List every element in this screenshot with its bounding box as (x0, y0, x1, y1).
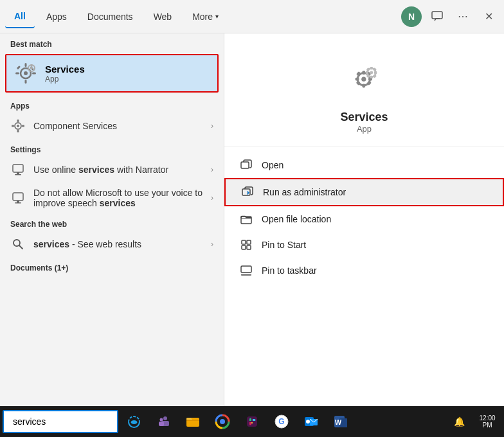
svg-rect-39 (370, 76, 373, 78)
tab-more[interactable]: More ▾ (183, 5, 228, 28)
search-input[interactable] (13, 416, 125, 427)
svg-text:G: G (278, 417, 284, 426)
slack-icon[interactable] (238, 407, 266, 436)
run-as-admin-icon (241, 186, 254, 199)
chevron-right-icon: › (211, 193, 213, 202)
svg-point-58 (163, 416, 167, 420)
app-title: Services (340, 111, 388, 124)
pin-taskbar-icon (240, 264, 253, 277)
best-match-item[interactable]: Services App (5, 54, 219, 93)
app-subtitle: App (357, 124, 372, 134)
narrator-settings-icon (10, 162, 26, 177)
best-match-subtitle: App (45, 75, 85, 84)
svg-rect-53 (241, 266, 251, 272)
open-file-location-label: Open file location (262, 214, 331, 224)
svg-rect-29 (362, 84, 365, 87)
svg-rect-21 (13, 193, 23, 201)
main-container: Best match (0, 33, 504, 406)
component-services-label: Component Services (33, 121, 203, 131)
right-panel: Services App Open (224, 33, 504, 406)
svg-point-10 (30, 67, 33, 69)
list-item[interactable]: Component Services › (0, 113, 224, 139)
nav-right-controls: N ⋯ ✕ (401, 6, 499, 27)
svg-rect-43 (372, 74, 376, 78)
svg-rect-65 (247, 416, 257, 427)
speech-settings-label: Do not allow Microsoft to use your voice… (33, 188, 203, 208)
svg-rect-0 (432, 12, 442, 19)
apps-label: Apps (0, 95, 224, 113)
svg-rect-54 (241, 274, 251, 276)
svg-rect-47 (242, 189, 250, 195)
svg-rect-4 (25, 80, 27, 84)
open-file-location-action[interactable]: Open file location (224, 206, 504, 232)
svg-rect-18 (13, 165, 23, 172)
open-label: Open (262, 160, 284, 170)
privacy-settings-icon (10, 190, 26, 206)
teams-icon[interactable] (149, 407, 177, 436)
tab-all[interactable]: All (5, 5, 35, 28)
svg-line-25 (19, 245, 22, 249)
file-explorer-icon[interactable] (179, 407, 207, 436)
edge-icon[interactable] (120, 407, 148, 436)
svg-rect-5 (15, 73, 19, 75)
outlook-icon[interactable] (297, 407, 325, 436)
svg-rect-28 (362, 71, 365, 75)
chevron-down-icon: ▾ (215, 13, 219, 20)
open-action[interactable]: Open (224, 152, 504, 178)
taskbar-search-box[interactable] (3, 410, 118, 433)
pin-to-taskbar-action[interactable]: Pin to taskbar (224, 258, 504, 283)
svg-rect-52 (247, 245, 251, 249)
chevron-right-icon: › (211, 121, 213, 130)
svg-rect-61 (159, 422, 164, 426)
svg-rect-15 (17, 130, 19, 132)
list-item[interactable]: services - See web results › (0, 231, 224, 257)
chevron-right-icon: › (211, 165, 213, 174)
tab-documents[interactable]: Documents (78, 5, 142, 28)
list-item[interactable]: Do not allow Microsoft to use your voice… (0, 183, 224, 213)
svg-rect-22 (17, 201, 19, 202)
list-item[interactable]: Use online services with Narrator › (0, 157, 224, 183)
google-icon[interactable]: G (267, 407, 296, 436)
pin-to-start-label: Pin to Start (262, 240, 306, 250)
web-search-label-text: services - See web results (33, 239, 203, 249)
more-icon[interactable]: ⋯ (453, 6, 473, 27)
svg-point-13 (17, 125, 19, 127)
pin-start-icon (240, 238, 253, 251)
open-icon (240, 159, 253, 172)
close-icon[interactable]: ✕ (478, 6, 499, 27)
feedback-icon[interactable] (427, 6, 447, 27)
chrome-icon[interactable] (208, 407, 237, 436)
narrator-settings-label: Use online services with Narrator (33, 165, 203, 175)
avatar[interactable]: N (401, 6, 422, 27)
tab-web[interactable]: Web (145, 5, 181, 28)
app-detail-header: Services App (224, 33, 504, 147)
svg-rect-23 (15, 202, 21, 204)
svg-rect-16 (12, 125, 14, 127)
component-services-icon (10, 118, 26, 134)
svg-rect-32 (356, 71, 361, 76)
svg-point-57 (131, 420, 138, 424)
pin-to-start-action[interactable]: Pin to Start (224, 232, 504, 258)
action-list: Open Run as administrator (224, 147, 504, 289)
svg-rect-49 (242, 240, 246, 244)
svg-rect-38 (370, 67, 373, 69)
services-app-icon (13, 60, 39, 86)
word-icon[interactable]: W (327, 407, 355, 436)
run-as-admin-action[interactable]: Run as administrator (224, 178, 504, 206)
svg-rect-19 (17, 172, 19, 174)
svg-rect-3 (25, 63, 27, 67)
taskbar-extra-icon[interactable]: 🔔 (445, 407, 473, 436)
svg-point-64 (220, 419, 225, 424)
svg-rect-50 (247, 240, 251, 244)
taskbar: G W 🔔 12:00PM (0, 406, 504, 437)
best-match-label: Best match (0, 33, 224, 51)
taskbar-right-area: 🔔 12:00PM (445, 407, 501, 436)
chevron-right-icon: › (211, 240, 213, 249)
svg-rect-51 (242, 245, 246, 249)
web-search-label: Search the web (0, 213, 224, 231)
tab-apps[interactable]: Apps (37, 5, 76, 28)
svg-point-37 (370, 71, 373, 75)
pin-to-taskbar-label: Pin to taskbar (262, 265, 317, 276)
best-match-title: Services (45, 64, 85, 75)
svg-rect-40 (365, 71, 368, 75)
